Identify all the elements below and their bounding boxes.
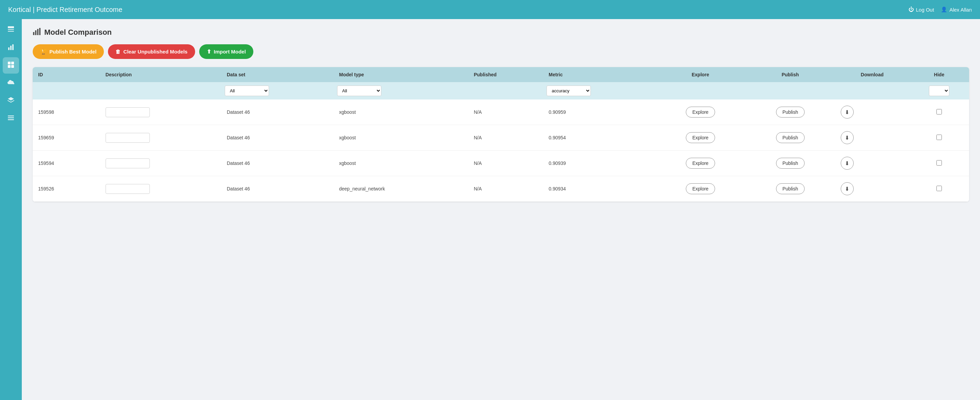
import-model-button[interactable]: ⬆ Import Model <box>199 44 253 59</box>
cell-download: ⬇ <box>835 99 909 125</box>
description-input[interactable] <box>105 158 150 168</box>
bar-chart-icon <box>7 43 14 53</box>
publish-button[interactable]: Publish <box>776 132 805 143</box>
cell-metric: 0.90934 <box>543 176 655 202</box>
cell-publish: Publish <box>745 125 835 151</box>
table-filter-row: All Dataset 46 All xgboost deep_neural_n… <box>33 82 969 99</box>
app-body: Model Comparison 🏆 Publish Best Model 🗑 … <box>0 19 980 400</box>
cell-explore: Explore <box>655 176 745 202</box>
models-table: ID Description Data set Model type Publi… <box>33 67 969 202</box>
hide-checkbox[interactable] <box>936 135 942 140</box>
filter-dataset-cell: All Dataset 46 <box>221 82 334 99</box>
user-name: Alex Allan <box>949 7 972 13</box>
hide-checkbox[interactable] <box>936 109 942 115</box>
filter-explore-cell <box>655 82 745 99</box>
cell-explore: Explore <box>655 99 745 125</box>
user-info[interactable]: 👤 Alex Allan <box>941 6 972 13</box>
model-type-filter-select[interactable]: All xgboost deep_neural_network <box>337 86 381 96</box>
cell-download: ⬇ <box>835 151 909 176</box>
download-button[interactable]: ⬇ <box>841 182 854 195</box>
sidebar-item-pages[interactable] <box>3 22 19 38</box>
action-buttons: 🏆 Publish Best Model 🗑 Clear Unpublished… <box>33 44 969 59</box>
sidebar-item-cloud[interactable] <box>3 75 19 91</box>
filter-modeltype-cell: All xgboost deep_neural_network <box>334 82 469 99</box>
pages-icon <box>7 25 14 35</box>
filter-desc-cell <box>100 82 221 99</box>
table-row: 159659 Dataset 46 xgboost N/A 0.90954 Ex… <box>33 125 969 151</box>
power-icon: ⏻ <box>908 6 914 13</box>
main-content: Model Comparison 🏆 Publish Best Model 🗑 … <box>22 19 980 400</box>
hide-checkbox[interactable] <box>936 186 942 191</box>
cell-hide <box>909 151 969 176</box>
cell-description <box>100 125 221 151</box>
cell-model-type: xgboost <box>334 151 469 176</box>
svg-rect-0 <box>8 26 14 28</box>
explore-button[interactable]: Explore <box>686 183 715 194</box>
cell-metric: 0.90954 <box>543 125 655 151</box>
dataset-filter-select[interactable]: All Dataset 46 <box>225 86 269 96</box>
table-row: 159598 Dataset 46 xgboost N/A 0.90959 Ex… <box>33 99 969 125</box>
clear-unpublished-button[interactable]: 🗑 Clear Unpublished Models <box>108 44 195 59</box>
table-header-row: ID Description Data set Model type Publi… <box>33 67 969 82</box>
cell-description <box>100 99 221 125</box>
svg-rect-2 <box>8 31 14 32</box>
cell-metric: 0.90959 <box>543 99 655 125</box>
explore-button[interactable]: Explore <box>686 107 715 118</box>
sidebar-item-list[interactable] <box>3 110 19 127</box>
page-title: Model Comparison <box>44 28 112 37</box>
sidebar-item-analytics[interactable] <box>3 40 19 56</box>
svg-rect-14 <box>35 30 37 35</box>
cell-published: N/A <box>468 99 543 125</box>
hide-filter-select[interactable]: A B C <box>929 86 949 96</box>
layers-icon <box>7 96 14 106</box>
metric-filter-select[interactable]: accuracy precision recall f1 <box>547 86 591 96</box>
sidebar-item-layers[interactable] <box>3 93 19 109</box>
publish-button[interactable]: Publish <box>776 158 805 169</box>
filter-hide-cell: A B C <box>909 82 969 99</box>
description-input[interactable] <box>105 107 150 117</box>
explore-button[interactable]: Explore <box>686 132 715 143</box>
download-button[interactable]: ⬇ <box>841 157 854 170</box>
cell-publish: Publish <box>745 176 835 202</box>
user-icon: 👤 <box>941 6 947 13</box>
cell-id: 159598 <box>33 99 100 125</box>
cell-explore: Explore <box>655 125 745 151</box>
col-header-hide: Hide <box>909 67 969 82</box>
cell-id: 159659 <box>33 125 100 151</box>
col-header-explore: Explore <box>655 67 745 82</box>
cell-dataset: Dataset 46 <box>221 176 334 202</box>
logout-button[interactable]: ⏻ Log Out <box>908 6 934 13</box>
description-input[interactable] <box>105 184 150 194</box>
svg-rect-1 <box>8 29 14 30</box>
download-button[interactable]: ⬇ <box>841 106 854 119</box>
sidebar-item-models[interactable] <box>3 57 19 73</box>
cell-publish: Publish <box>745 99 835 125</box>
svg-rect-12 <box>8 119 14 120</box>
import-icon: ⬆ <box>207 48 211 55</box>
col-header-download: Download <box>835 67 909 82</box>
svg-rect-5 <box>12 44 14 50</box>
col-header-dataset: Data set <box>221 67 334 82</box>
col-header-model-type: Model type <box>334 67 469 82</box>
cell-hide <box>909 99 969 125</box>
explore-button[interactable]: Explore <box>686 158 715 169</box>
download-button[interactable]: ⬇ <box>841 131 854 144</box>
publish-best-model-button[interactable]: 🏆 Publish Best Model <box>33 44 104 59</box>
filter-id-cell <box>33 82 100 99</box>
download-icon: ⬇ <box>845 160 849 167</box>
cell-published: N/A <box>468 176 543 202</box>
col-header-description: Description <box>100 67 221 82</box>
cell-dataset: Dataset 46 <box>221 125 334 151</box>
publish-button[interactable]: Publish <box>776 107 805 118</box>
filter-metric-cell: accuracy precision recall f1 <box>543 82 655 99</box>
hide-checkbox[interactable] <box>936 160 942 166</box>
cell-hide <box>909 176 969 202</box>
svg-rect-15 <box>37 29 38 35</box>
cell-model-type: xgboost <box>334 99 469 125</box>
logout-label: Log Out <box>916 7 934 13</box>
col-header-metric: Metric <box>543 67 655 82</box>
publish-button[interactable]: Publish <box>776 183 805 194</box>
download-icon: ⬇ <box>845 109 849 115</box>
cell-description <box>100 176 221 202</box>
description-input[interactable] <box>105 133 150 143</box>
